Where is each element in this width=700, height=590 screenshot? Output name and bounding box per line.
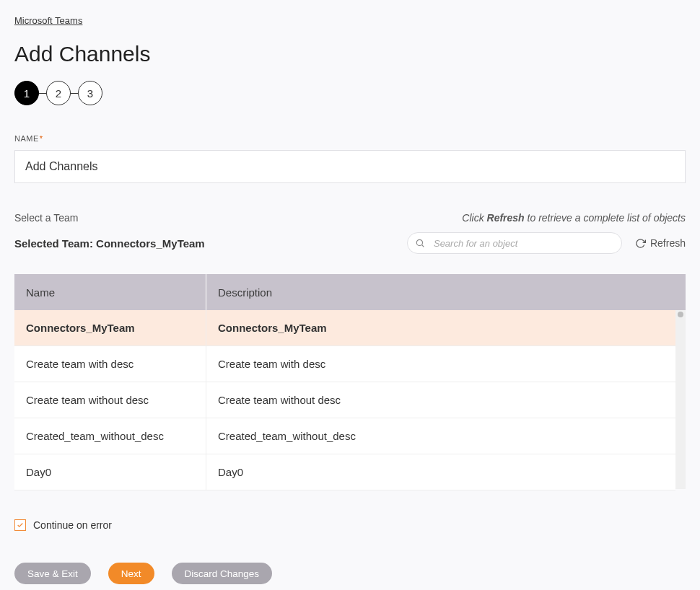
refresh-button[interactable]: Refresh [635,237,686,249]
step-3[interactable]: 3 [78,81,102,105]
refresh-hint: Click Refresh to retrieve a complete lis… [462,212,686,224]
refresh-icon [635,238,646,249]
search-input[interactable] [407,232,622,254]
cell-name: Create team with desc [14,346,206,382]
selected-team-label: Selected Team: Connectors_MyTeam [14,237,205,250]
cell-name: Created_team_without_desc [14,418,206,454]
table-row[interactable]: Create team without descCreate team with… [14,382,675,418]
discard-button[interactable]: Discard Changes [172,563,273,584]
scrollbar-thumb[interactable] [678,312,683,317]
cell-description: Created_team_without_desc [206,418,675,454]
search-box [407,232,622,254]
svg-line-1 [422,245,424,247]
save-exit-button[interactable]: Save & Exit [14,563,91,584]
col-header-description[interactable]: Description [206,274,686,310]
continue-on-error-label: Continue on error [33,519,112,531]
cell-name: Create team without desc [14,382,206,418]
table-row[interactable]: Created_team_without_descCreated_team_wi… [14,418,675,454]
continue-on-error-checkbox[interactable] [14,519,26,531]
cell-description: Create team with desc [206,346,675,382]
cell-description: Create team without desc [206,382,675,418]
step-1[interactable]: 1 [14,81,39,105]
table-row[interactable]: Create team with descCreate team with de… [14,346,675,382]
step-connector [39,93,46,94]
name-field-label: NAME* [14,134,686,143]
table-row[interactable]: Connectors_MyTeamConnectors_MyTeam [14,310,675,346]
svg-point-0 [416,239,422,245]
cell-name: Day0 [14,454,206,490]
teams-table: Name Description Connectors_MyTeamConnec… [14,274,686,490]
step-2[interactable]: 2 [46,81,71,105]
step-connector [71,93,78,94]
cell-description: Connectors_MyTeam [206,310,675,345]
table-row[interactable]: Day0Day0 [14,454,675,490]
cell-description: Day0 [206,454,675,490]
page-title: Add Channels [14,42,686,66]
name-input[interactable] [14,150,686,183]
refresh-label: Refresh [650,237,686,249]
next-button[interactable]: Next [108,563,154,584]
col-header-name[interactable]: Name [14,274,206,310]
breadcrumb-link[interactable]: Microsoft Teams [14,15,82,27]
cell-name: Connectors_MyTeam [14,310,206,345]
table-header: Name Description [14,274,686,310]
search-icon [415,238,425,248]
scrollbar-track[interactable] [675,310,686,489]
select-team-label: Select a Team [14,212,78,224]
required-mark: * [40,134,43,143]
wizard-steps: 1 2 3 [14,81,686,105]
